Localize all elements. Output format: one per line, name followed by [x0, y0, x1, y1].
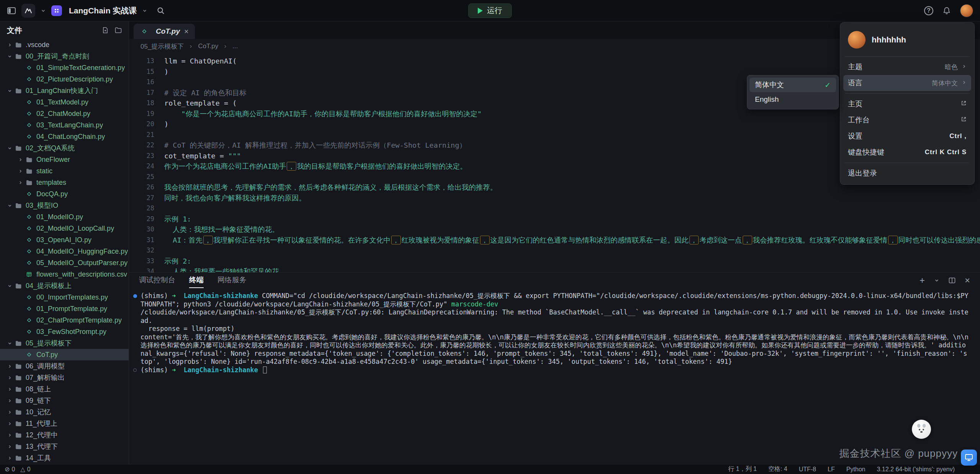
statusbar-item[interactable]: 行 1，列 1: [728, 465, 757, 473]
line-number[interactable]: 22: [129, 140, 154, 151]
line-number[interactable]: 24: [129, 161, 154, 172]
workspace-badge-icon[interactable]: [51, 5, 62, 16]
tree-folder-13_代理下[interactable]: 13_代理下: [0, 441, 129, 452]
line-number[interactable]: 28: [129, 203, 154, 214]
menu-item-语言[interactable]: 语言简体中文: [843, 75, 971, 91]
tree-folder-08_链上[interactable]: 08_链上: [0, 383, 129, 395]
tree-folder-10_记忆[interactable]: 10_记忆: [0, 406, 129, 418]
breadcrumb-item[interactable]: CoT.py: [198, 42, 218, 50]
terminal-tab-终端[interactable]: 终端: [189, 273, 204, 288]
line-number[interactable]: 26: [129, 182, 154, 193]
errors-indicator[interactable]: ⊘ 0: [5, 466, 15, 473]
line-number[interactable]: 27: [129, 193, 154, 204]
menu-item-退出登录[interactable]: 退出登录: [843, 165, 971, 181]
line-number[interactable]: 15: [129, 67, 154, 77]
tree-folder-12_代理中[interactable]: 12_代理中: [0, 429, 129, 441]
menu-item-设置[interactable]: 设置Ctrl ,: [843, 128, 971, 144]
tree-folder-.vscode[interactable]: .vscode: [0, 39, 129, 50]
remote-indicator-icon[interactable]: [961, 450, 977, 466]
user-avatar[interactable]: [960, 4, 973, 17]
mascot-avatar[interactable]: [912, 420, 931, 439]
tree-file-CoT.py[interactable]: CoT.py: [0, 349, 129, 360]
line-number[interactable]: 25: [129, 172, 154, 182]
tree-file-01_ModelIO.py[interactable]: 01_ModelIO.py: [0, 211, 129, 223]
line-number[interactable]: 32: [129, 245, 154, 256]
logo-chevron-down-icon[interactable]: [41, 8, 46, 13]
line-number[interactable]: 29: [129, 214, 154, 225]
line-number[interactable]: 30: [129, 224, 154, 235]
new-folder-icon[interactable]: [115, 27, 122, 34]
tree-file-DocQA.py[interactable]: DocQA.py: [0, 188, 129, 200]
breadcrumb-item[interactable]: ...: [232, 42, 238, 50]
tree-folder-09_链下[interactable]: 09_链下: [0, 395, 129, 406]
tree-folder-07_解析输出[interactable]: 07_解析输出: [0, 372, 129, 383]
run-button[interactable]: 运行: [468, 3, 512, 18]
code-line[interactable]: 33示例 2:: [129, 256, 980, 267]
menu-item-工作台[interactable]: 工作台: [843, 112, 971, 128]
split-panel-icon[interactable]: [949, 277, 956, 283]
language-option-simplified-chinese[interactable]: 简体中文 ✓: [750, 78, 836, 92]
line-number[interactable]: 33: [129, 256, 154, 267]
line-number[interactable]: 13: [129, 56, 154, 67]
tree-file-02_ChatModel.py[interactable]: 02_ChatModel.py: [0, 108, 129, 119]
tree-file-03_FewShotPrompt.py[interactable]: 03_FewShotPrompt.py: [0, 326, 129, 337]
code-line[interactable]: 30 人类：我想找一种象征爱情的花。: [129, 224, 980, 235]
workspace-title[interactable]: LangChain 实战课: [69, 5, 137, 16]
tree-folder-14_工具[interactable]: 14_工具: [0, 452, 129, 464]
code-line[interactable]: 28: [129, 203, 980, 214]
tree-file-03_TextLangChain.py[interactable]: 03_TextLangChain.py: [0, 119, 129, 131]
line-number[interactable]: 31: [129, 235, 154, 246]
new-terminal-icon[interactable]: +: [920, 275, 925, 286]
new-file-icon[interactable]: [102, 27, 109, 34]
line-number[interactable]: 34: [129, 266, 154, 272]
tree-file-04_ModelIO_HuggingFace.py[interactable]: 04_ModelIO_HuggingFace.py: [0, 246, 129, 257]
line-number[interactable]: 21: [129, 130, 154, 140]
sidebar-toggle-icon[interactable]: [7, 7, 16, 15]
code-line[interactable]: 34 人类：我想要一些独特和罕见的花。: [129, 266, 980, 272]
tree-file-00_ImportTemplates.py[interactable]: 00_ImportTemplates.py: [0, 292, 129, 303]
tree-file-05_ModelIO_OutputParser.py[interactable]: 05_ModelIO_OutputParser.py: [0, 257, 129, 269]
tree-file-flowers_with_descriptions.csv[interactable]: flowers_with_descriptions.csv: [0, 269, 129, 280]
tree-folder-templates[interactable]: templates: [0, 177, 129, 188]
line-number[interactable]: 23: [129, 151, 154, 161]
statusbar-item[interactable]: 空格: 4: [768, 465, 787, 473]
breadcrumb-item[interactable]: 05_提示模板下: [140, 42, 184, 51]
app-logo-icon[interactable]: [21, 4, 35, 18]
tree-folder-static[interactable]: static: [0, 165, 129, 177]
terminal-dropdown-chevron-icon[interactable]: [934, 278, 939, 283]
code-line[interactable]: 32: [129, 245, 980, 256]
statusbar-item[interactable]: UTF-8: [799, 466, 816, 473]
menu-item-键盘快捷键[interactable]: 键盘快捷键Ctrl K Ctrl S: [843, 144, 971, 160]
tree-file-01_SimpleTextGeneration.py[interactable]: 01_SimpleTextGeneration.py: [0, 62, 129, 73]
tree-folder-01_LangChain快速入门[interactable]: 01_LangChain快速入门: [0, 85, 129, 96]
menu-item-主题[interactable]: 主题暗色: [843, 59, 971, 75]
tree-folder-OneFlower[interactable]: OneFlower: [0, 154, 129, 165]
tree-folder-00_开篇词_奇点时刻[interactable]: 00_开篇词_奇点时刻: [0, 50, 129, 62]
tree-file-01_TextModel.py[interactable]: 01_TextModel.py: [0, 96, 129, 108]
tree-folder-05_提示模板下[interactable]: 05_提示模板下: [0, 337, 129, 349]
terminal-tab-网络服务[interactable]: 网络服务: [217, 273, 247, 288]
tree-file-03_OpenAI_IO.py[interactable]: 03_OpenAI_IO.py: [0, 234, 129, 246]
editor-tab-cotpy[interactable]: CoT.py ×: [134, 24, 195, 39]
line-number[interactable]: 19: [129, 109, 154, 119]
code-line[interactable]: 31 AI：首先，我理解你正在寻找一种可以象征爱情的花。在许多文化中，红玫瑰被视…: [129, 235, 980, 246]
close-icon[interactable]: ×: [184, 28, 189, 35]
terminal-tab-调试控制台[interactable]: 调试控制台: [139, 273, 175, 288]
line-number[interactable]: 17: [129, 88, 154, 98]
bell-icon[interactable]: [942, 7, 951, 15]
search-icon[interactable]: [157, 7, 165, 15]
tree-file-01_PromptTemplate.py[interactable]: 01_PromptTemplate.py: [0, 303, 129, 314]
statusbar-item[interactable]: Python: [846, 466, 866, 473]
tree-folder-02_文档QA系统[interactable]: 02_文档QA系统: [0, 142, 129, 154]
close-panel-icon[interactable]: ×: [965, 275, 970, 286]
terminal-output[interactable]: (shims) ➜ LangChain-shizhanke COMMAND="c…: [129, 288, 980, 464]
line-number[interactable]: 18: [129, 98, 154, 109]
help-icon[interactable]: ?: [924, 6, 933, 15]
tree-folder-06_调用模型[interactable]: 06_调用模型: [0, 360, 129, 372]
tree-folder-03_模型IO[interactable]: 03_模型IO: [0, 200, 129, 211]
tree-file-02_ChatPromptTemplate.py[interactable]: 02_ChatPromptTemplate.py: [0, 314, 129, 326]
tree-file-02_PictureDescription.py[interactable]: 02_PictureDescription.py: [0, 73, 129, 85]
workspace-chevron-down-icon[interactable]: [142, 8, 147, 13]
line-number[interactable]: 16: [129, 77, 154, 88]
language-option-english[interactable]: English: [750, 92, 836, 107]
